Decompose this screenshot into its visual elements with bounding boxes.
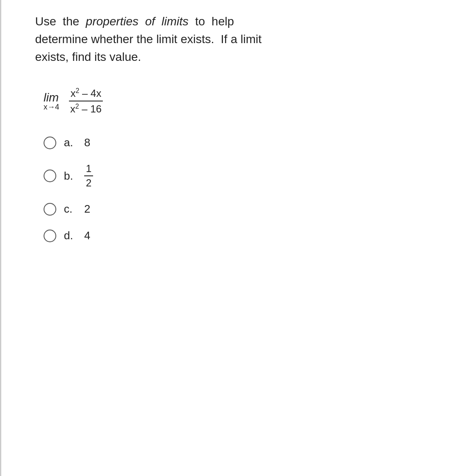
radio-b[interactable] (44, 170, 56, 182)
choices-list: a. 8 b. 1 2 c. 2 d. 4 (44, 136, 417, 242)
choice-b-denominator: 2 (84, 176, 93, 189)
choice-a-value: 8 (84, 136, 90, 149)
choice-b-label: b. (64, 170, 77, 183)
radio-c[interactable] (44, 203, 56, 216)
choice-b-numerator: 1 (84, 163, 93, 176)
choice-d: d. 4 (44, 229, 417, 242)
choice-b-value: 1 2 (84, 163, 93, 189)
question-line1: Use the properties of limits to help (35, 15, 234, 28)
lim-var: x→4 (44, 103, 59, 111)
question-line3: exists, find its value. (35, 50, 141, 63)
limit-fraction: x2 – 4x x2 – 16 (69, 87, 103, 115)
lim-part: lim x→4 (44, 91, 59, 112)
limit-expression: lim x→4 x2 – 4x x2 – 16 (44, 87, 417, 115)
radio-d[interactable] (44, 230, 56, 242)
choice-d-label: d. (64, 229, 77, 242)
choice-b: b. 1 2 (44, 163, 417, 189)
radio-a[interactable] (44, 137, 56, 149)
page: Use the properties of limits to help det… (0, 0, 451, 476)
lim-subscript: x→4 (44, 103, 59, 112)
question-text: Use the properties of limits to help det… (35, 13, 417, 66)
choice-b-fraction: 1 2 (84, 163, 93, 189)
choice-c-value: 2 (84, 202, 90, 216)
question-line2: determine whether the limit exists. If a… (35, 33, 261, 46)
choice-a: a. 8 (44, 136, 417, 149)
choice-a-label: a. (64, 136, 77, 149)
choice-c: c. 2 (44, 202, 417, 216)
fraction-numerator: x2 – 4x (69, 87, 103, 101)
choice-d-value: 4 (84, 229, 90, 242)
fraction-denominator: x2 – 16 (69, 101, 103, 115)
choice-c-label: c. (64, 202, 77, 216)
